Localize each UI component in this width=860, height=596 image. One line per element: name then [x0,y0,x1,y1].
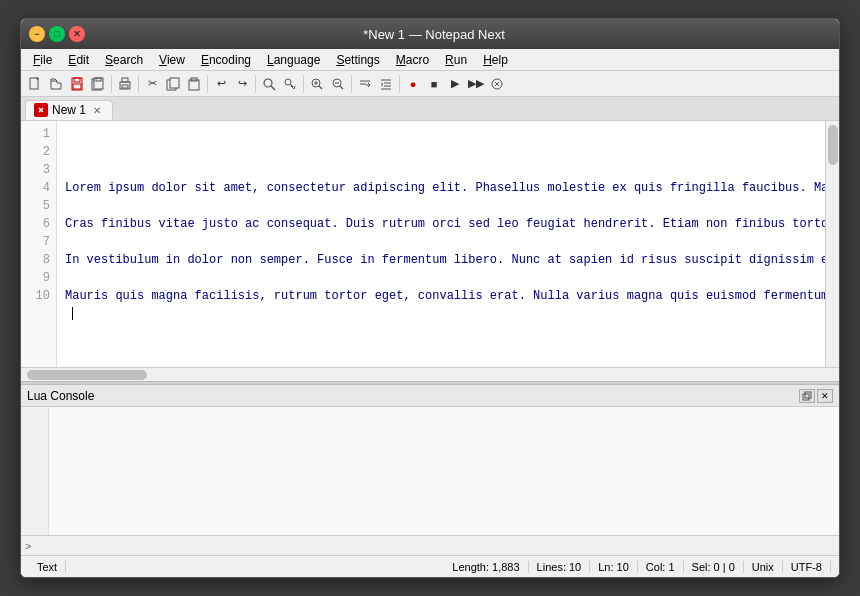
lua-restore-button[interactable] [799,389,815,403]
tb-macro-save[interactable] [487,74,507,94]
window-controls: − □ ✕ [29,26,85,42]
tb-sep-7 [399,75,400,93]
lua-console-controls: ✕ [799,389,833,403]
menu-view[interactable]: View [151,51,193,69]
tb-undo[interactable]: ↩ [211,74,231,94]
tb-open[interactable] [46,74,66,94]
lua-line-numbers [21,407,49,535]
tb-sep-3 [207,75,208,93]
tb-cut[interactable]: ✂ [142,74,162,94]
svg-rect-11 [122,85,128,88]
status-ln: Ln: 10 [590,561,638,573]
menu-encoding[interactable]: Encoding [193,51,259,69]
minimize-button[interactable]: − [29,26,45,42]
lua-console-title: Lua Console [27,389,94,403]
svg-line-23 [319,86,322,89]
lua-close-button[interactable]: ✕ [817,389,833,403]
svg-line-26 [340,86,343,89]
tb-indent[interactable] [376,74,396,94]
menu-file[interactable]: File [25,51,60,69]
toolbar: ✂ ↩ ↪ ● ■ ▶ ▶▶ [21,71,839,97]
svg-point-18 [285,79,291,85]
menu-help[interactable]: Help [475,51,516,69]
tabs-bar: New 1 ✕ [21,97,839,121]
tb-redo[interactable]: ↪ [232,74,252,94]
tb-paste[interactable] [184,74,204,94]
svg-rect-7 [94,78,103,89]
vertical-scrollbar[interactable] [825,121,839,367]
tb-new[interactable] [25,74,45,94]
svg-rect-4 [73,84,81,89]
title-bar: − □ ✕ *New 1 — Notepad Next [21,19,839,49]
menu-run[interactable]: Run [437,51,475,69]
svg-rect-13 [170,78,179,88]
close-button[interactable]: ✕ [69,26,85,42]
tb-save[interactable] [67,74,87,94]
menu-macro[interactable]: Macro [388,51,437,69]
lua-console-text[interactable] [49,407,839,535]
menu-settings[interactable]: Settings [328,51,387,69]
tab-icon [34,103,48,117]
lua-prompt-bar: > [21,535,839,555]
svg-rect-3 [74,78,80,82]
lua-console-body [21,407,839,535]
tb-sep-2 [138,75,139,93]
line-numbers: 1 2 3 4 5 6 7 8 9 10 [21,121,57,367]
menu-language[interactable]: Language [259,51,328,69]
svg-rect-10 [122,78,128,82]
status-sel: Sel: 0 | 0 [684,561,744,573]
lua-prompt-input[interactable] [35,540,835,552]
svg-line-17 [271,86,275,90]
main-window: − □ ✕ *New 1 — Notepad Next File Edit Se… [20,18,840,578]
menu-edit[interactable]: Edit [60,51,97,69]
tab-new1[interactable]: New 1 ✕ [25,100,113,120]
tb-zoom-in[interactable] [307,74,327,94]
tab-close-button[interactable]: ✕ [90,103,104,117]
svg-rect-41 [805,392,811,398]
lua-console-header: Lua Console ✕ [21,385,839,407]
tb-copy[interactable] [163,74,183,94]
tb-sep-1 [111,75,112,93]
tb-find[interactable] [259,74,279,94]
content-area: 1 2 3 4 5 6 7 8 9 10 Lorem ipsum dolor s… [21,121,839,555]
lua-prompt-symbol: > [25,540,31,552]
status-file-type: Text [29,561,66,573]
tab-label: New 1 [52,103,86,117]
svg-rect-40 [803,394,809,400]
horizontal-scrollbar[interactable] [21,367,839,381]
editor-panel[interactable]: 1 2 3 4 5 6 7 8 9 10 Lorem ipsum dolor s… [21,121,839,367]
maximize-button[interactable]: □ [49,26,65,42]
editor-content[interactable]: Lorem ipsum dolor sit amet, consectetur … [57,121,825,367]
status-encoding: Unix [744,561,783,573]
svg-point-16 [264,79,272,87]
scrollbar-thumb-h[interactable] [27,370,147,380]
svg-rect-0 [30,78,38,89]
tb-sep-5 [303,75,304,93]
window-title: *New 1 — Notepad Next [85,27,783,42]
tb-playback[interactable]: ▶ [445,74,465,94]
status-lines: Lines: 10 [529,561,591,573]
menu-search[interactable]: Search [97,51,151,69]
tb-print[interactable] [115,74,135,94]
tb-replace[interactable] [280,74,300,94]
status-col: Col: 1 [638,561,684,573]
tb-zoom-out[interactable] [328,74,348,94]
tb-sep-6 [351,75,352,93]
tb-sep-4 [255,75,256,93]
tb-record[interactable]: ● [403,74,423,94]
tb-stop[interactable]: ■ [424,74,444,94]
status-length: Length: 1,883 [444,561,528,573]
scrollbar-thumb-v[interactable] [828,125,838,165]
tb-wrap[interactable] [355,74,375,94]
status-bar: Text Length: 1,883 Lines: 10 Ln: 10 Col:… [21,555,839,577]
tb-playback-all[interactable]: ▶▶ [466,74,486,94]
status-encoding-format: UTF-8 [783,561,831,573]
menu-bar: File Edit Search View Encoding Language … [21,49,839,71]
lua-console-panel: Lua Console ✕ > [21,385,839,555]
tb-save-all[interactable] [88,74,108,94]
